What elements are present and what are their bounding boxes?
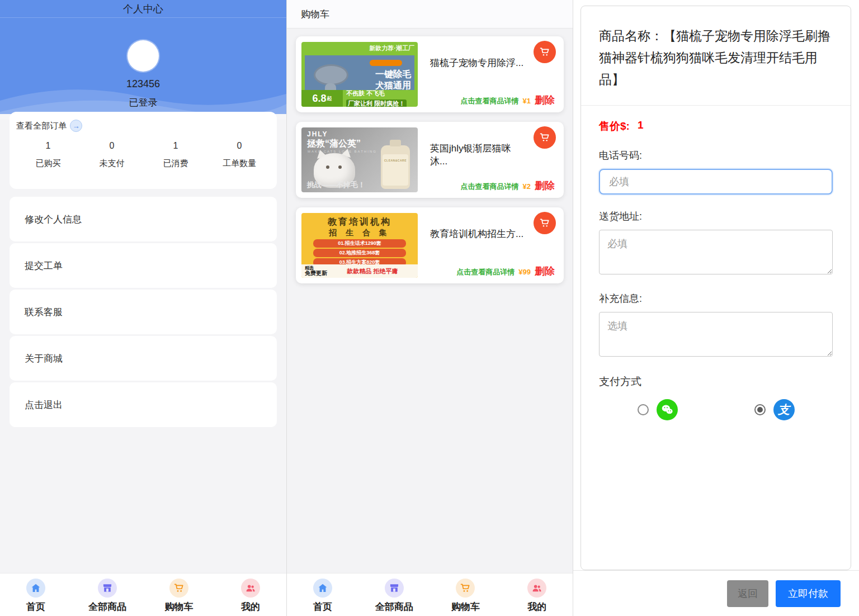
cart-icon (456, 579, 475, 598)
cart-item-shampoo: JHLY 拯救“蒲公英” MAKE CATS LOVE BATHING CLEA… (296, 122, 564, 198)
address-input[interactable] (599, 230, 833, 274)
product-image-brush[interactable]: 新款力荐·潮工厂 一键除毛 犬猫通用 6.8起 不伤肤 不飞毛 厂家让利 限时疯… (301, 42, 418, 107)
tab-all-products[interactable]: 全部商品 (72, 574, 143, 616)
checkout-form-card: 商品名称：【猫梳子宠物专用除浮毛刷撸猫神器针梳狗狗猫咪毛发清理开结毛用品】 售价… (580, 6, 851, 570)
shop-icon (385, 579, 404, 598)
product-image-education[interactable]: 教育培训机构 招 生 合 集 01.招生话术1290套 02.地推招生368套 … (301, 213, 418, 278)
extra-info-input[interactable] (599, 312, 833, 357)
bottle-shape: CLEAN&CARE (381, 145, 410, 189)
product-title: 教育培训机构招生方... (430, 228, 525, 240)
tab-home[interactable]: 首页 (287, 574, 358, 616)
alipay-radio[interactable] (754, 404, 766, 415)
product-image-cat[interactable]: JHLY 拯救“蒲公英” MAKE CATS LOVE BATHING CLEA… (301, 127, 418, 192)
item-price: ¥2 (523, 182, 531, 191)
cart-badge-icon[interactable] (534, 212, 556, 234)
payment-options: 支 (599, 399, 833, 420)
view-detail-link[interactable]: 点击查看商品详情 (461, 182, 519, 192)
home-icon (313, 579, 332, 598)
tab-mine[interactable]: 我的 (215, 574, 286, 616)
brush-head-shape (314, 64, 348, 86)
tab-cart[interactable]: 购物车 (430, 574, 502, 616)
cart-list: 新款力荐·潮工厂 一键除毛 犬猫通用 6.8起 不伤肤 不飞毛 厂家让利 限时疯… (287, 29, 573, 291)
checkout-footer: 返回 立即付款 (573, 570, 859, 616)
sale-price: 售价$: 1 (599, 119, 833, 134)
tab-mine[interactable]: 我的 (501, 574, 573, 616)
back-button[interactable]: 返回 (727, 580, 768, 607)
orange-pill-decoration (370, 60, 402, 66)
view-all-orders-label: 查看全部订单 (16, 121, 67, 131)
tab-cart[interactable]: 购物车 (143, 574, 215, 616)
cart-item-brush: 新款力荐·潮工厂 一键除毛 犬猫通用 6.8起 不伤肤 不飞毛 厂家让利 限时疯… (296, 36, 564, 112)
home-icon (26, 579, 45, 598)
alipay-pay-option: 支 (716, 399, 833, 420)
tab-home[interactable]: 首页 (0, 574, 72, 616)
delete-button[interactable]: 删除 (535, 93, 555, 107)
shop-icon (98, 579, 117, 598)
product-title: 猫梳子宠物专用除浮... (430, 56, 525, 69)
item-price: ¥1 (523, 97, 531, 105)
page-title: 个人中心 (0, 0, 286, 18)
phone-input[interactable] (599, 169, 833, 195)
wechat-pay-option (599, 399, 716, 420)
stat-purchased: 1 已购买 (16, 141, 80, 169)
stat-consumed: 1 已消费 (144, 141, 207, 169)
user-group-icon (241, 579, 260, 598)
avatar[interactable] (128, 40, 159, 72)
cart-page-title: 购物车 (287, 0, 573, 29)
cat-eye-shape (338, 165, 342, 169)
stats-row: 1 已购买 0 未支付 1 已消费 0 工单数量 (16, 141, 271, 169)
orders-stats-card: 查看全部订单 → 1 已购买 0 未支付 1 已消费 0 工单数量 (10, 112, 277, 189)
alipay-icon[interactable]: 支 (773, 399, 795, 420)
stat-unpaid: 0 未支付 (80, 141, 144, 169)
wechat-radio[interactable] (638, 404, 649, 415)
menu-item-contact-support[interactable]: 联系客服 (10, 290, 277, 334)
cat-eye-shape (326, 165, 329, 169)
username: 123456 (0, 78, 286, 90)
payment-method-label: 支付方式 (599, 375, 833, 389)
tab-bar: 首页 全部商品 购物车 我的 (287, 573, 573, 616)
wechat-icon[interactable] (657, 399, 678, 420)
delete-button[interactable]: 删除 (535, 264, 555, 278)
item-price: ¥99 (518, 268, 531, 276)
cart-icon (169, 579, 188, 598)
product-name: 商品名称：【猫梳子宠物专用除浮毛刷撸猫神器针梳狗狗猫咪毛发清理开结毛用品】 (581, 22, 851, 106)
view-detail-link[interactable]: 点击查看商品详情 (456, 267, 515, 277)
menu-item-logout[interactable]: 点击退出 (10, 382, 277, 427)
menu-item-about-mall[interactable]: 关于商城 (10, 336, 277, 381)
tab-all-products[interactable]: 全部商品 (358, 574, 430, 616)
view-detail-link[interactable]: 点击查看商品详情 (461, 96, 519, 106)
phone-label: 电话号码: (599, 149, 833, 162)
extra-info-label: 补充信息: (599, 292, 833, 305)
brush-image-strip: 6.8起 不伤肤 不飞毛 厂家让利 限时疯抢！ (301, 90, 418, 107)
stat-tickets: 0 工单数量 (207, 141, 271, 169)
login-status: 已登录 (0, 96, 286, 109)
personal-center-screen: 个人中心 123456 已登录 查看全部订单 → 1 已购买 0 未支付 1 已… (0, 0, 286, 616)
cart-badge-icon[interactable] (534, 126, 556, 149)
menu-item-submit-ticket[interactable]: 提交工单 (10, 243, 277, 288)
cart-badge-icon[interactable] (534, 41, 556, 63)
checkout-screen: 商品名称：【猫梳子宠物专用除浮毛刷撸猫神器针梳狗狗猫咪毛发清理开结毛用品】 售价… (573, 0, 859, 616)
product-title: 英国jhly银渐层猫咪沐... (430, 142, 525, 168)
profile-menu: 修改个人信息 提交工单 联系客服 关于商城 点击退出 (0, 197, 286, 427)
address-label: 送货地址: (599, 210, 833, 223)
arrow-right-icon: → (70, 120, 82, 132)
user-group-icon (527, 579, 546, 598)
delete-button[interactable]: 删除 (535, 179, 555, 192)
pay-now-button[interactable]: 立即付款 (776, 580, 841, 607)
cart-item-education: 教育培训机构 招 生 合 集 01.招生话术1290套 02.地推招生368套 … (296, 207, 564, 283)
cart-screen: 购物车 新款力荐·潮工厂 一键除毛 犬猫通用 6.8起 不伤肤 不飞毛 厂家让利… (286, 0, 573, 616)
view-all-orders-link[interactable]: 查看全部订单 → (16, 120, 271, 132)
menu-item-edit-profile[interactable]: 修改个人信息 (10, 197, 277, 241)
tab-bar: 首页 全部商品 购物车 我的 (0, 573, 286, 616)
profile-hero: 123456 已登录 (0, 18, 286, 114)
